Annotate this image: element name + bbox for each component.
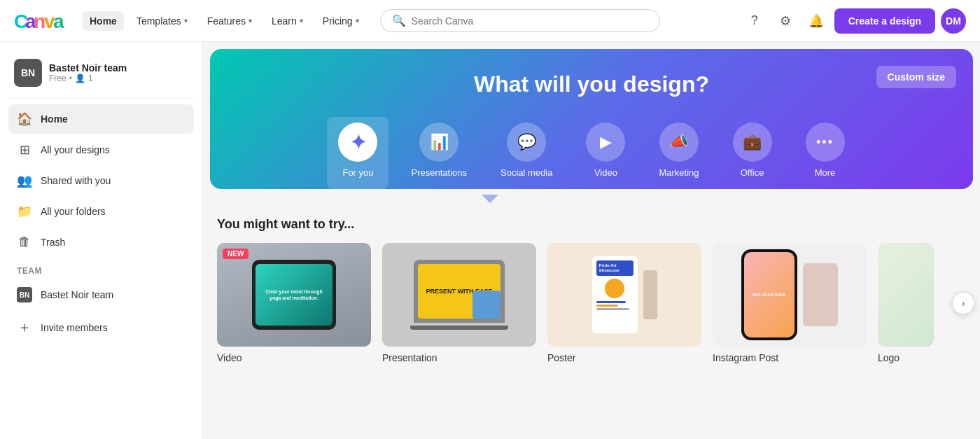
create-design-button[interactable]: Create a design bbox=[834, 8, 935, 34]
card-video[interactable]: NEW Clear your mind through yoga and med… bbox=[217, 243, 371, 363]
social-icon: 💬 bbox=[507, 123, 546, 162]
canva-logo[interactable]: C a n v a bbox=[14, 10, 70, 32]
new-badge: NEW bbox=[223, 249, 248, 259]
office-label: Office bbox=[741, 167, 764, 178]
nav-learn-label: Learn bbox=[272, 15, 297, 27]
card-logo[interactable]: Logo bbox=[878, 243, 934, 363]
design-type-social[interactable]: 💬 Social media bbox=[489, 117, 564, 189]
laptop-base bbox=[410, 326, 508, 330]
poster-line-2 bbox=[596, 305, 619, 307]
poster-pen bbox=[643, 270, 657, 319]
sidebar-home-label: Home bbox=[41, 113, 68, 125]
sidebar-item-home[interactable]: 🏠 Home bbox=[8, 104, 194, 134]
design-type-presentations[interactable]: 📊 Presentations bbox=[400, 117, 478, 189]
design-type-for-you[interactable]: ✦ For you bbox=[327, 117, 388, 189]
invite-label: Invite members bbox=[41, 322, 108, 333]
notifications-icon[interactable]: 🔔 bbox=[804, 8, 829, 34]
nav-pricing[interactable]: Pricing ▾ bbox=[316, 11, 366, 31]
insta-bg: MID-YEAR SALE bbox=[713, 243, 867, 347]
card-logo-img bbox=[878, 243, 934, 347]
cards-row: NEW Clear your mind through yoga and med… bbox=[217, 243, 966, 363]
avatar[interactable]: DM bbox=[941, 8, 966, 34]
sidebar-team-item[interactable]: BN Bastet Noir team bbox=[8, 280, 194, 309]
home-icon: 🏠 bbox=[17, 111, 32, 127]
card-poster-label: Poster bbox=[547, 352, 701, 363]
marketing-label: Marketing bbox=[659, 167, 699, 178]
header-icons: ? ⚙ 🔔 Create a design DM bbox=[742, 8, 966, 34]
card-logo-label: Logo bbox=[878, 352, 934, 363]
laptop-mockup: PRESENT WITH EASE bbox=[414, 260, 505, 323]
card-poster[interactable]: Pride Art Showcase Poster bbox=[547, 243, 701, 363]
sidebar-shared-label: Shared with you bbox=[41, 175, 111, 186]
poster-card: Pride Art Showcase bbox=[592, 256, 638, 333]
plus-icon: ＋ bbox=[17, 318, 32, 337]
search-input[interactable] bbox=[412, 15, 648, 27]
nav-home[interactable]: Home bbox=[83, 11, 124, 31]
help-icon[interactable]: ? bbox=[742, 8, 767, 34]
sidebar-trash-label: Trash bbox=[41, 237, 65, 248]
sidebar-item-folders[interactable]: 📁 All your folders bbox=[8, 197, 194, 226]
laptop-screen: PRESENT WITH EASE bbox=[418, 264, 500, 319]
custom-size-button[interactable]: Custom size bbox=[876, 66, 956, 88]
trash-icon: 🗑 bbox=[17, 235, 32, 249]
card-pres-label: Presentation bbox=[382, 352, 536, 363]
poster-bg: Pride Art Showcase bbox=[547, 243, 701, 347]
phone2-screen: MID-YEAR SALE bbox=[744, 252, 794, 337]
nav-templates[interactable]: Templates ▾ bbox=[130, 11, 195, 31]
insta-text: MID-YEAR SALE bbox=[752, 293, 785, 297]
search-icon: 🔍 bbox=[392, 14, 406, 27]
next-arrow-button[interactable]: › bbox=[952, 292, 974, 314]
design-type-office[interactable]: 💼 Office bbox=[722, 117, 783, 189]
laptop-person bbox=[472, 291, 500, 319]
main-layout: BN Bastet Noir team Free • 👤 1 🏠 Home ⊞ … bbox=[0, 42, 980, 439]
poster-header: Pride Art Showcase bbox=[596, 260, 634, 276]
video-icon: ▶ bbox=[586, 123, 625, 162]
insta-banner: MID-YEAR SALE bbox=[744, 252, 794, 337]
team-dot: • bbox=[69, 74, 72, 83]
design-type-video[interactable]: ▶ Video bbox=[575, 117, 636, 189]
design-type-more[interactable]: ••• More bbox=[794, 117, 856, 189]
poster-line-1 bbox=[596, 301, 626, 303]
settings-icon[interactable]: ⚙ bbox=[773, 8, 798, 34]
hero-pointer bbox=[203, 195, 980, 203]
nav-features[interactable]: Features ▾ bbox=[200, 11, 259, 31]
team-section-label: Team bbox=[8, 258, 194, 279]
team-sub: Free • 👤 1 bbox=[49, 74, 127, 83]
shared-icon: 👥 bbox=[17, 173, 32, 188]
hero-pointer-arrow bbox=[482, 195, 498, 203]
design-type-marketing[interactable]: 📣 Marketing bbox=[648, 117, 710, 189]
sidebar-item-all-designs[interactable]: ⊞ All your designs bbox=[8, 135, 194, 165]
team-free-label: Free bbox=[49, 74, 66, 83]
invite-members-item[interactable]: ＋ Invite members bbox=[8, 311, 194, 344]
phone-text: Clear your mind through yoga and meditat… bbox=[261, 288, 327, 301]
all-designs-icon: ⊞ bbox=[17, 142, 32, 158]
card-video-label: Video bbox=[217, 352, 371, 363]
nav-home-label: Home bbox=[90, 15, 117, 27]
card-poster-img: Pride Art Showcase bbox=[547, 243, 701, 347]
hero-title: What will you design? bbox=[244, 71, 939, 97]
nav-pricing-label: Pricing bbox=[323, 15, 353, 27]
card-pres-img: PRESENT WITH EASE bbox=[382, 243, 536, 347]
poster-header-text: Pride Art Showcase bbox=[599, 263, 631, 273]
presentations-icon: 📊 bbox=[419, 123, 458, 162]
suggestions-section: You might want to try... NEW Clear your … bbox=[203, 203, 980, 363]
nav-learn[interactable]: Learn ▾ bbox=[265, 11, 310, 31]
card-insta-label: Instagram Post bbox=[713, 352, 867, 363]
sidebar-item-shared[interactable]: 👥 Shared with you bbox=[8, 166, 194, 195]
phone2-mockup: MID-YEAR SALE bbox=[741, 249, 797, 340]
phone-mockup: Clear your mind through yoga and meditat… bbox=[252, 260, 336, 330]
team-avatar: BN bbox=[14, 59, 42, 87]
sidebar-item-trash[interactable]: 🗑 Trash bbox=[8, 228, 194, 256]
insta-watch bbox=[803, 263, 838, 326]
card-video-img: NEW Clear your mind through yoga and med… bbox=[217, 243, 371, 347]
team-details: Bastet Noir team Free • 👤 1 bbox=[49, 62, 127, 83]
header: C a n v a Home Templates ▾ Features ▾ Le… bbox=[0, 0, 980, 42]
card-presentation[interactable]: PRESENT WITH EASE Presentation bbox=[382, 243, 536, 363]
more-label: More bbox=[815, 167, 836, 178]
social-label: Social media bbox=[500, 167, 552, 178]
folders-icon: 📁 bbox=[17, 204, 32, 219]
search-bar[interactable]: 🔍 bbox=[380, 9, 660, 32]
card-instagram[interactable]: MID-YEAR SALE Instagram Post bbox=[713, 243, 867, 363]
team-info: BN Bastet Noir team Free • 👤 1 bbox=[8, 53, 194, 99]
sidebar-all-designs-label: All your designs bbox=[41, 144, 110, 155]
